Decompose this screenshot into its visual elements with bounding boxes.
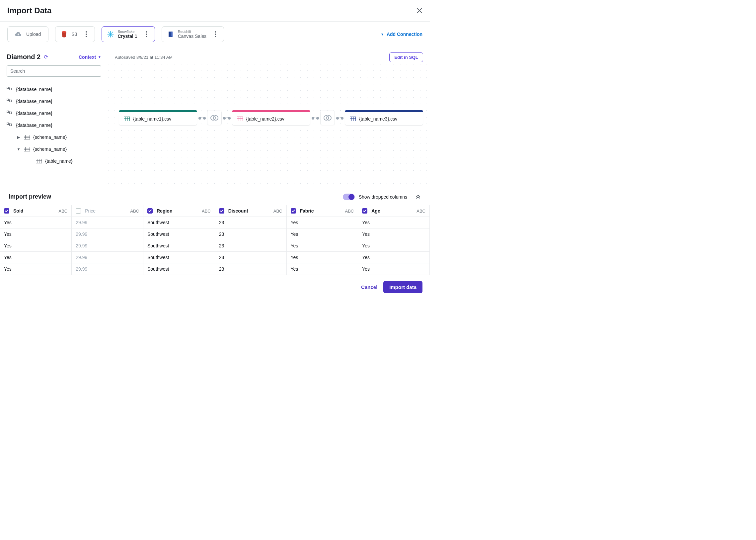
preview-section: Import preview Show dropped columns Sold… <box>0 187 430 275</box>
table-cell: Southwest <box>143 228 215 240</box>
column-type: ABC <box>416 208 425 213</box>
show-dropped-label: Show dropped columns <box>359 194 407 200</box>
tree-db-item[interactable]: {database_name} <box>7 83 101 95</box>
preview-title: Import preview <box>9 193 51 200</box>
join-node[interactable] <box>320 111 335 125</box>
column-header[interactable]: PriceABC <box>72 205 143 217</box>
column-checkbox[interactable] <box>4 208 9 213</box>
tree-db-item[interactable]: {database_name} <box>7 95 101 107</box>
column-name: Age <box>372 208 380 213</box>
tree-schema-label: {schema_name} <box>33 135 67 140</box>
column-header[interactable]: SoldABC <box>0 205 72 217</box>
column-name: Fabric <box>300 208 314 213</box>
edge <box>313 118 318 118</box>
column-checkbox[interactable] <box>76 208 81 213</box>
svg-rect-18 <box>350 117 356 121</box>
sidebar: Diamond 2 ⟳ Context ▼ {database_name} {d… <box>0 47 108 187</box>
column-header[interactable]: RegionABC <box>143 205 215 217</box>
kebab-icon[interactable] <box>83 31 89 37</box>
table-cell: Yes <box>0 228 72 240</box>
collapse-icon[interactable] <box>415 194 421 200</box>
node-1-label: {table_name1}.csv <box>133 116 171 122</box>
column-checkbox[interactable] <box>291 208 296 213</box>
schema-icon <box>24 135 30 139</box>
column-header[interactable]: FabricABC <box>286 205 358 217</box>
redshift-card[interactable]: Redshift Canvas Sales <box>162 26 224 42</box>
column-type: ABC <box>130 208 139 213</box>
table-row: Yes29.99Southwest23YesYes <box>0 252 430 263</box>
column-name: Price <box>85 208 96 213</box>
tree-table-label: {table_name} <box>45 158 73 164</box>
kebab-icon[interactable] <box>143 31 149 37</box>
node-1[interactable]: {table_name1}.csv <box>119 110 197 126</box>
column-checkbox[interactable] <box>362 208 368 213</box>
table-cell: Yes <box>286 228 358 240</box>
autosaved-text: Autosaved 8/9/21 at 11:34 AM <box>115 55 172 60</box>
refresh-icon[interactable]: ⟳ <box>44 54 48 60</box>
join-node[interactable] <box>207 111 222 125</box>
edge <box>338 118 342 118</box>
upload-icon <box>15 31 22 38</box>
svg-rect-1 <box>7 87 9 89</box>
add-connection-label: Add Connection <box>386 32 422 37</box>
node-2[interactable]: {table_name2}.csv <box>232 110 310 126</box>
column-name: Sold <box>13 208 23 213</box>
search-input[interactable] <box>7 66 101 77</box>
add-connection-button[interactable]: ▼ Add Connection <box>380 32 422 37</box>
edge <box>200 118 204 118</box>
snowflake-card[interactable]: Snowflake Crystal 1 <box>102 26 155 42</box>
database-icon <box>7 99 13 104</box>
edit-sql-button[interactable]: Edit in SQL <box>389 53 423 62</box>
table-cell: Southwest <box>143 252 215 263</box>
cancel-button[interactable]: Cancel <box>361 284 378 290</box>
tree-schema-label: {schema_name} <box>33 146 67 152</box>
column-checkbox[interactable] <box>219 208 224 213</box>
table-cell: Yes <box>286 240 358 252</box>
show-dropped-toggle-wrap: Show dropped columns <box>343 194 407 200</box>
redshift-sub: Redshift <box>178 30 206 34</box>
footer: Cancel Import data <box>0 275 430 299</box>
tree-db-item[interactable]: {database_name} <box>7 107 101 119</box>
column-header[interactable]: AgeABC <box>358 205 430 217</box>
import-button[interactable]: Import data <box>383 281 422 293</box>
node-3[interactable]: {table_name3}.csv <box>345 110 423 126</box>
node-3-label: {table_name3}.csv <box>359 116 397 122</box>
svg-rect-2 <box>10 88 12 90</box>
connection-bar: Upload S3 Snowflake Crystal 1 Redshift C… <box>0 22 430 47</box>
tree-db-item[interactable]: {database_name} <box>7 119 101 131</box>
svg-rect-7 <box>7 123 9 125</box>
database-icon <box>7 111 13 116</box>
show-dropped-toggle[interactable] <box>343 194 355 200</box>
upload-card[interactable]: Upload <box>7 26 49 42</box>
svg-rect-12 <box>124 117 130 121</box>
close-button[interactable] <box>416 8 422 14</box>
caret-down-icon: ▼ <box>98 55 101 59</box>
tree-schema-item[interactable]: ▶ {schema_name} <box>7 131 101 143</box>
svg-rect-4 <box>10 100 12 102</box>
kebab-icon[interactable] <box>212 31 218 37</box>
tree-db-label: {database_name} <box>16 99 53 104</box>
table-icon <box>124 116 130 122</box>
table-cell: Yes <box>0 217 72 228</box>
tree-db-label: {database_name} <box>16 87 53 92</box>
snowflake-sub: Snowflake <box>118 30 137 34</box>
context-dropdown[interactable]: Context ▼ <box>79 55 101 60</box>
canvas[interactable]: {table_name1}.csv {table_name2}.csv <box>108 64 430 187</box>
table-cell: 23 <box>215 252 286 263</box>
table-cell: 29.99 <box>72 263 143 275</box>
database-icon <box>7 123 13 128</box>
redshift-main: Canvas Sales <box>178 34 206 39</box>
tree-schema-item[interactable]: ▼ {schema_name} <box>7 143 101 155</box>
tree-table-item[interactable]: {table_name} <box>7 155 101 167</box>
svg-rect-15 <box>237 117 243 121</box>
svg-rect-10 <box>24 147 30 151</box>
upload-label: Upload <box>26 32 41 37</box>
table-cell: 23 <box>215 240 286 252</box>
join-icon <box>210 115 219 121</box>
column-header[interactable]: DiscountABC <box>215 205 286 217</box>
table-cell: 29.99 <box>72 228 143 240</box>
s3-card[interactable]: S3 <box>55 26 95 42</box>
column-name: Discount <box>228 208 248 213</box>
column-checkbox[interactable] <box>147 208 153 213</box>
table-cell: 23 <box>215 263 286 275</box>
